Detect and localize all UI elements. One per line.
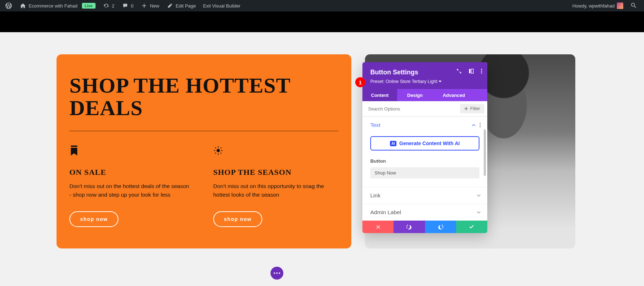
new-item[interactable]: New — [137, 0, 163, 11]
generate-ai-button[interactable]: AI Generate Content With AI — [370, 136, 479, 151]
button-settings-panel: Button Settings Preset: Online Store Ter… — [362, 62, 487, 233]
filter-button[interactable]: Filter — [460, 104, 484, 113]
svg-rect-3 — [471, 69, 473, 73]
home-icon — [19, 2, 26, 9]
panel-save-button[interactable] — [456, 221, 487, 233]
refresh-count: 2 — [112, 3, 114, 9]
tab-content[interactable]: Content — [362, 89, 397, 101]
search-icon — [630, 2, 638, 9]
live-badge: Live — [82, 3, 96, 9]
comment-icon — [122, 2, 129, 9]
wordpress-icon — [5, 2, 12, 9]
edit-page-item[interactable]: Edit Page — [163, 0, 199, 11]
sun-icon — [213, 146, 334, 156]
panel-header[interactable]: Button Settings Preset: Online Store Ter… — [362, 62, 487, 89]
wp-logo-menu[interactable] — [1, 0, 16, 11]
site-name-menu[interactable]: Ecommerce with Fahad Live — [16, 0, 99, 11]
season-body: Don't miss out on this opportunity to sn… — [213, 182, 334, 199]
chevron-up-icon — [472, 123, 476, 127]
wp-admin-bar: Ecommerce with Fahad Live 2 0 New Edit — [0, 0, 644, 11]
svg-point-4 — [481, 69, 482, 70]
search-options-input[interactable] — [368, 106, 457, 112]
avatar — [617, 3, 623, 9]
shop-now-button-1[interactable]: shop now — [69, 211, 118, 227]
svg-point-5 — [481, 70, 482, 72]
tab-advanced[interactable]: Advanced — [433, 89, 475, 101]
deals-title: SHOP THE HOTTEST DEALS — [69, 74, 334, 119]
on-sale-body: Don't miss out on the hottest deals of t… — [69, 182, 190, 199]
panel-cancel-button[interactable] — [362, 221, 394, 233]
svg-rect-0 — [71, 146, 77, 147]
comment-count: 0 — [131, 3, 133, 9]
button-field-label: Button — [370, 158, 479, 164]
tab-design[interactable]: Design — [397, 89, 433, 101]
site-name-label: Ecommerce with Fahad — [29, 3, 78, 9]
season-heading: SHOP THE SEASON — [213, 168, 334, 177]
section-link-toggle[interactable]: Link — [362, 187, 487, 204]
svg-point-8 — [480, 125, 481, 126]
howdy-label: Howdy, wpwithfahad — [572, 3, 615, 9]
step-badge: 1 — [355, 77, 365, 87]
header-strip — [0, 11, 644, 32]
refresh-icon — [103, 2, 110, 9]
svg-rect-2 — [469, 69, 470, 73]
shop-now-button-2[interactable]: shop now — [213, 211, 262, 227]
panel-scrollbar[interactable] — [484, 129, 486, 176]
button-text-input[interactable] — [370, 167, 479, 178]
pencil-icon — [166, 2, 174, 9]
edit-page-label: Edit Page — [176, 3, 196, 9]
svg-point-1 — [216, 149, 220, 152]
panel-tabs: Content Design Advanced — [362, 89, 487, 101]
comments-item[interactable]: 0 — [118, 0, 137, 11]
new-label: New — [150, 3, 159, 9]
on-sale-heading: ON SALE — [69, 168, 190, 177]
exit-vb-label: Exit Visual Builder — [203, 3, 240, 9]
kebab-icon[interactable] — [479, 123, 481, 128]
plus-icon — [141, 2, 148, 9]
svg-point-9 — [480, 127, 481, 128]
ai-badge-icon: AI — [390, 141, 396, 146]
section-actions-fab[interactable] — [270, 267, 283, 280]
expand-icon[interactable] — [457, 69, 462, 75]
bookmark-icon — [69, 146, 190, 156]
exit-vb-item[interactable]: Exit Visual Builder — [199, 0, 244, 11]
section-admin-toggle[interactable]: Admin Label — [362, 204, 487, 221]
snap-icon[interactable] — [469, 69, 474, 75]
svg-point-6 — [481, 72, 482, 73]
divider — [69, 131, 338, 131]
howdy-menu[interactable]: Howdy, wpwithfahad — [569, 0, 627, 11]
panel-undo-button[interactable] — [394, 221, 425, 233]
panel-redo-button[interactable] — [425, 221, 456, 233]
preset-selector[interactable]: Preset: Online Store Tertiary Light — [370, 79, 481, 84]
svg-point-7 — [480, 123, 481, 124]
chevron-down-icon — [477, 193, 481, 198]
kebab-icon[interactable] — [481, 69, 482, 75]
refresh-item[interactable]: 2 — [99, 0, 118, 11]
search-toggle[interactable] — [627, 0, 641, 11]
deals-card: SHOP THE HOTTEST DEALS ON SALE Don't mis… — [57, 54, 351, 248]
chevron-down-icon — [477, 210, 481, 214]
section-text-toggle[interactable]: Text — [362, 117, 487, 133]
